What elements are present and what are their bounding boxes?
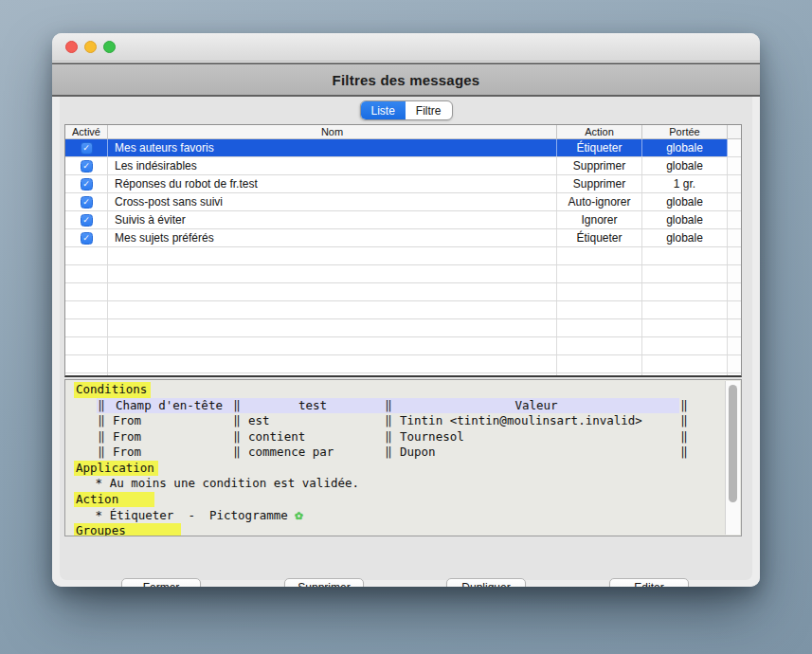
condition-value: Dupon bbox=[393, 445, 679, 461]
action-note-line: * Étiqueter - Pictogramme ✿ bbox=[74, 507, 725, 523]
checkmark-icon: ✓ bbox=[82, 198, 90, 207]
filter-name: Mes sujets préférés bbox=[108, 229, 557, 246]
empty-table-row[interactable] bbox=[65, 301, 741, 319]
empty-table-row[interactable] bbox=[65, 319, 741, 337]
empty-table-row[interactable] bbox=[65, 247, 741, 265]
window-content: Liste Filtre Activé Nom Action Portée ✓ … bbox=[52, 97, 760, 587]
column-separator-icon: ‖ bbox=[97, 398, 106, 414]
filter-details-text: Conditions ‖Champ d'en-tête‖test‖Valeur‖… bbox=[65, 382, 725, 536]
filter-name: Cross-post sans suivi bbox=[108, 193, 557, 210]
zoom-window-icon[interactable] bbox=[103, 41, 116, 53]
filter-enabled-cell: ✓ bbox=[65, 139, 108, 156]
row-scroll-gutter bbox=[728, 157, 741, 174]
section-heading-application: Application bbox=[74, 461, 158, 477]
close-window-icon[interactable] bbox=[65, 41, 78, 53]
bottom-button-row: Fermer Supprimer Dupliquer Editer bbox=[64, 578, 742, 587]
condition-field: From bbox=[106, 445, 232, 461]
filter-name: Suivis à éviter bbox=[108, 211, 557, 228]
row-scroll-gutter bbox=[728, 193, 741, 210]
table-row[interactable]: ✓ Mes auteurs favoris Étiqueter globale bbox=[65, 139, 741, 157]
section-heading-groupes: Groupes bbox=[74, 523, 181, 537]
details-scrollbar-track[interactable] bbox=[725, 381, 740, 535]
column-separator-icon: ‖ bbox=[384, 445, 393, 461]
application-note: * Au moins une condition est validée. bbox=[74, 476, 725, 492]
filter-action: Auto-ignorer bbox=[557, 193, 642, 210]
row-scroll-gutter bbox=[728, 229, 741, 246]
conditions-header-row: ‖Champ d'en-tête‖test‖Valeur‖ bbox=[74, 398, 725, 414]
filter-scope: globale bbox=[642, 229, 728, 246]
condition-row: ‖From‖commence par‖Dupon‖ bbox=[74, 445, 725, 461]
filter-details-panel: Conditions ‖Champ d'en-tête‖test‖Valeur‖… bbox=[64, 379, 742, 536]
details-scrollbar-thumb[interactable] bbox=[729, 385, 737, 502]
checkmark-icon: ✓ bbox=[82, 216, 90, 225]
conditions-col-value: Valeur bbox=[393, 398, 679, 414]
window-title-band: Filtres des messages bbox=[52, 63, 760, 97]
checkmark-icon: ✓ bbox=[82, 180, 90, 189]
window-title: Filtres des messages bbox=[333, 72, 480, 88]
empty-table-row[interactable] bbox=[65, 355, 741, 373]
column-separator-icon: ‖ bbox=[97, 413, 106, 429]
header-action[interactable]: Action bbox=[557, 125, 642, 138]
table-row[interactable]: ✓ Cross-post sans suivi Auto-ignorer glo… bbox=[65, 193, 741, 211]
empty-table-row[interactable] bbox=[65, 265, 741, 283]
filter-scope: globale bbox=[642, 139, 728, 156]
checkbox-checked-icon[interactable]: ✓ bbox=[81, 142, 93, 154]
header-enabled[interactable]: Activé bbox=[65, 125, 108, 138]
condition-test: commence par bbox=[242, 445, 384, 461]
checkbox-checked-icon[interactable]: ✓ bbox=[81, 214, 93, 227]
condition-value: Tournesol bbox=[393, 429, 679, 445]
table-row[interactable]: ✓ Les indésirables Supprimer globale bbox=[65, 157, 741, 175]
window-titlebar bbox=[52, 33, 760, 62]
header-scope[interactable]: Portée bbox=[642, 125, 728, 138]
empty-table-row[interactable] bbox=[65, 373, 741, 377]
filter-name: Réponses du robot de fr.test bbox=[108, 175, 557, 192]
condition-row: ‖From‖contient‖Tournesol‖ bbox=[74, 429, 725, 445]
condition-field: From bbox=[106, 429, 232, 445]
condition-field: From bbox=[106, 413, 232, 429]
close-button[interactable]: Fermer bbox=[121, 578, 201, 587]
tab-filtre[interactable]: Filtre bbox=[406, 101, 452, 119]
duplicate-button[interactable]: Dupliquer bbox=[446, 578, 526, 587]
column-separator-icon: ‖ bbox=[232, 413, 242, 429]
condition-value: Tintin <tintin@moulinsart.invalid> bbox=[393, 413, 679, 429]
checkmark-icon: ✓ bbox=[82, 144, 90, 153]
conditions-col-field: Champ d'en-tête bbox=[106, 398, 232, 414]
filters-table: Activé Nom Action Portée ✓ Mes auteurs f… bbox=[64, 124, 742, 377]
section-heading-conditions: Conditions bbox=[74, 382, 151, 398]
checkbox-checked-icon[interactable]: ✓ bbox=[81, 160, 93, 173]
table-row[interactable]: ✓ Réponses du robot de fr.test Supprimer… bbox=[65, 175, 741, 193]
condition-test: contient bbox=[242, 429, 384, 445]
delete-button[interactable]: Supprimer bbox=[284, 578, 364, 587]
edit-button[interactable]: Editer bbox=[609, 578, 689, 587]
tab-liste[interactable]: Liste bbox=[360, 101, 405, 119]
filter-scope: 1 gr. bbox=[642, 175, 728, 192]
column-separator-icon: ‖ bbox=[679, 398, 689, 414]
column-separator-icon: ‖ bbox=[232, 445, 242, 461]
view-segmented-control: Liste Filtre bbox=[359, 100, 452, 120]
filter-action: Ignorer bbox=[557, 211, 642, 228]
filter-enabled-cell: ✓ bbox=[65, 175, 108, 192]
filter-enabled-cell: ✓ bbox=[65, 229, 108, 246]
section-conditions: Conditions bbox=[74, 382, 725, 398]
checkbox-checked-icon[interactable]: ✓ bbox=[81, 196, 93, 209]
column-separator-icon: ‖ bbox=[232, 429, 242, 445]
column-separator-icon: ‖ bbox=[97, 445, 106, 461]
checkbox-checked-icon[interactable]: ✓ bbox=[81, 232, 93, 245]
empty-table-row[interactable] bbox=[65, 337, 741, 355]
filter-name: Les indésirables bbox=[108, 157, 557, 174]
filter-scope: globale bbox=[642, 157, 728, 174]
action-note: * Étiqueter - Pictogramme bbox=[74, 508, 295, 522]
checkmark-icon: ✓ bbox=[82, 162, 90, 171]
minimize-window-icon[interactable] bbox=[84, 41, 97, 53]
section-groupes: Groupes bbox=[74, 523, 725, 537]
table-row[interactable]: ✓ Mes sujets préférés Étiqueter globale bbox=[65, 229, 741, 247]
row-scroll-gutter bbox=[728, 139, 741, 156]
section-action: Action bbox=[74, 492, 725, 508]
checkbox-checked-icon[interactable]: ✓ bbox=[81, 178, 93, 191]
filter-scope: globale bbox=[642, 193, 728, 210]
table-row[interactable]: ✓ Suivis à éviter Ignorer globale bbox=[65, 211, 741, 229]
empty-table-row[interactable] bbox=[65, 283, 741, 301]
header-name[interactable]: Nom bbox=[108, 125, 557, 138]
filter-name: Mes auteurs favoris bbox=[108, 139, 557, 156]
row-scroll-gutter bbox=[728, 175, 741, 192]
